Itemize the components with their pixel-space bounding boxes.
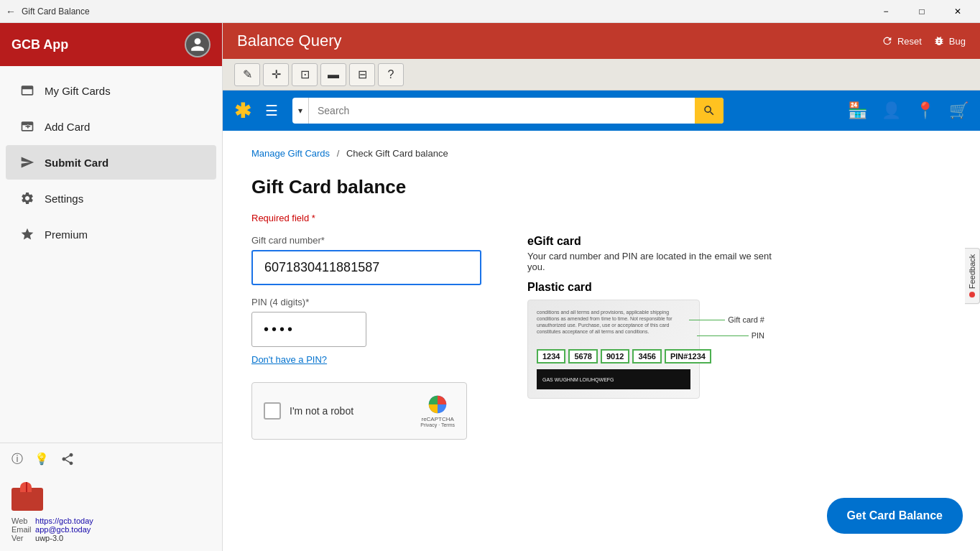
breadcrumb-current: Check Gift Card balance [346,148,448,159]
sidebar-item-my-gift-cards[interactable]: My Gift Cards [6,73,216,108]
sidebar-item-add-card[interactable]: Add Card [6,109,216,144]
sidebar-item-settings[interactable]: Settings [6,181,216,216]
sidebar-header: GCB App [0,23,222,66]
plastic-card-label: Plastic card [527,281,772,294]
captcha-box: I'm not a robot reCAPTCHA Privacy · Term… [251,382,467,440]
crosshair-tool-button[interactable]: ✛ [263,63,289,86]
captcha-checkbox[interactable] [264,402,281,420]
location-icon[interactable]: 📍 [915,101,935,120]
breadcrumb: Manage Gift Cards / Check Gift Card bala… [251,148,951,159]
sidebar-logo [11,481,211,511]
app-layout: GCB App My Gift Cards Add Card Submit Ca… [0,23,980,551]
footer-icons: ⓘ 💡 [11,452,211,469]
pin-group: PIN (4 digits)* Don't have a PIN? [251,297,481,365]
reset-button[interactable]: Reset [882,35,922,47]
content-area: Balance Query Reset Bug ✎ ✛ ⊡ ▬ ⊟ ? [223,23,980,551]
gift-card-label: Gift card number* [251,235,481,246]
maximize-button[interactable]: □ [905,0,938,23]
search-button[interactable] [695,98,724,124]
pin-label: PIN (4 digits)* [251,297,481,307]
back-button[interactable]: ← [6,6,16,17]
gift-card-group: Gift card number* [251,235,481,285]
window-controls: − □ ✕ [869,0,974,23]
sidebar-label-submit-card: Submit Card [45,157,108,169]
sidebar-item-submit-card[interactable]: Submit Card [6,145,216,180]
search-dropdown[interactable]: ▾ [292,98,309,124]
info-icon[interactable]: ⓘ [11,452,23,469]
card-text-lines: conditions and all terms and provisions,… [537,309,690,335]
recaptcha-label: reCAPTCHA [421,416,453,422]
pin-input[interactable] [251,312,366,347]
page-title: Gift Card balance [251,176,951,198]
toolbar: ✎ ✛ ⊡ ▬ ⊟ ? [223,59,980,91]
feedback-tab[interactable]: Feedback [965,247,980,303]
store-icon[interactable]: 🏪 [848,101,867,120]
search-bar: ▾ [292,98,724,124]
close-button[interactable]: ✕ [941,0,974,23]
card-num-4: 3456 [632,349,661,364]
egift-card-title: eGift card [527,235,772,248]
select-tool-button[interactable]: ⊡ [292,63,318,86]
card-image: conditions and all terms and provisions,… [527,300,700,399]
feedback-label: Feedback [968,254,976,288]
cart-icon[interactable]: 🛒 [949,101,969,120]
page-content: Manage Gift Cards / Check Gift Card bala… [223,131,980,551]
pin-hash-label: PIN [697,331,764,340]
bug-label: Bug [949,36,966,47]
sidebar-item-premium[interactable]: Premium [6,217,216,251]
dropdown-label: ▾ [298,106,302,116]
scan-tool-button[interactable]: ⊟ [349,63,375,86]
sidebar-label-add-card: Add Card [45,121,90,133]
edit-tool-button[interactable]: ✎ [234,63,260,86]
title-bar-left: ← Gift Card Balance [6,6,90,17]
web-link[interactable]: https://gcb.today [35,517,93,525]
minimize-button[interactable]: − [869,0,902,23]
captcha-label: I'm not a robot [290,405,412,417]
captcha-logo: reCAPTCHA Privacy · Terms [420,394,455,427]
card-num-1: 1234 [537,349,565,364]
sidebar-label-my-gift-cards: My Gift Cards [45,85,111,97]
captcha-links: Privacy · Terms [420,422,455,427]
title-bar: ← Gift Card Balance − □ ✕ [0,0,980,23]
sidebar-label-premium: Premium [45,228,88,241]
reset-label: Reset [897,36,922,47]
search-input[interactable] [309,105,695,116]
app-header: Balance Query Reset Bug [223,23,980,59]
avatar[interactable] [185,32,211,57]
footer-links: Web https://gcb.today Email app@gcb.toda… [11,517,211,542]
card-image-area: conditions and all terms and provisions,… [527,300,757,399]
feedback-dot [969,292,975,297]
app-header-title: Balance Query [237,32,342,50]
gift-card-hash-label: Gift card # [689,315,764,324]
bug-button[interactable]: Bug [933,35,966,47]
egift-card-desc: Your card number and PIN are located in … [527,251,772,272]
help-tool-button[interactable]: ? [378,63,404,86]
info-card: eGift card Your card number and PIN are … [527,235,772,399]
email-link[interactable]: app@gcb.today [35,525,91,534]
account-icon[interactable]: 👤 [882,101,901,120]
window-title: Gift Card Balance [22,6,90,17]
hamburger-icon[interactable]: ☰ [259,99,284,122]
card-tool-button[interactable]: ▬ [320,63,346,86]
app-title: GCB App [11,37,68,52]
card-pin: PIN#1234 [665,349,711,364]
app-header-actions: Reset Bug [882,35,966,47]
card-num-2: 5678 [568,349,597,364]
breadcrumb-separator: / [337,148,340,159]
dont-have-pin-link[interactable]: Don't have a PIN? [251,354,481,365]
form-fields: Gift card number* PIN (4 digits)* Don't … [251,235,481,454]
required-note: Required field * [251,213,951,223]
share-icon[interactable] [60,452,75,469]
form-row: Gift card number* PIN (4 digits)* Don't … [251,235,951,454]
card-barcode: GAS WUGHNM LOIUHQWEFG [537,369,690,389]
sidebar-nav: My Gift Cards Add Card Submit Card Setti… [0,66,222,443]
walmart-logo: ✱ [234,99,251,123]
get-balance-button[interactable]: Get Card Balance [827,498,963,534]
sidebar-label-settings: Settings [45,193,83,205]
lightbulb-icon[interactable]: 💡 [34,452,49,469]
card-num-3: 9012 [601,349,629,364]
sidebar-footer: ⓘ 💡 Web https://gcb.today Email app@gcb.… [0,443,222,551]
sidebar: GCB App My Gift Cards Add Card Submit Ca… [0,23,223,551]
breadcrumb-link[interactable]: Manage Gift Cards [251,148,330,159]
gift-card-input[interactable] [251,250,481,285]
